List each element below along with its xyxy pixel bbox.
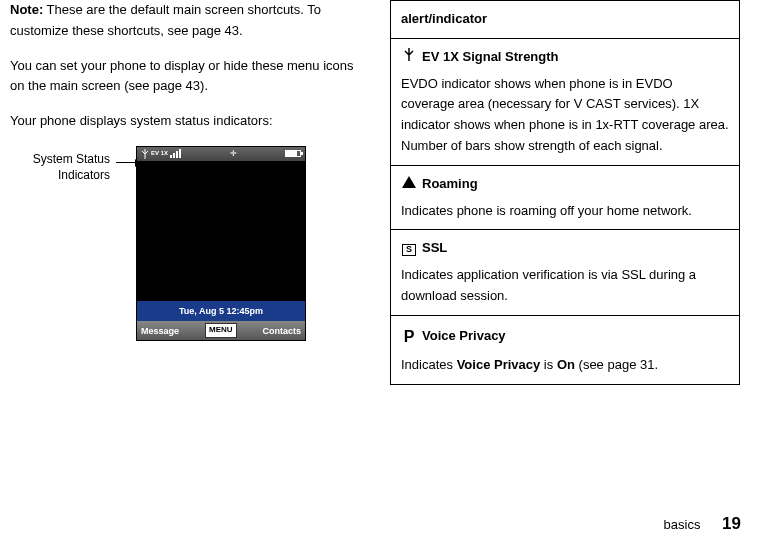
row-body: Indicates phone is roaming off your home… <box>401 201 729 222</box>
table-row: Roaming Indicates phone is roaming off y… <box>391 165 740 230</box>
row-title: Roaming <box>422 174 478 195</box>
paragraph-2: Your phone displays system status indica… <box>10 111 360 132</box>
signal-strength-icon <box>401 47 417 68</box>
roaming-icon <box>401 174 417 195</box>
row-body: Indicates Voice Privacy is On (see page … <box>401 355 729 376</box>
note-paragraph: Note: These are the default main screen … <box>10 0 360 42</box>
callout-arrow <box>116 162 136 163</box>
voice-privacy-icon: P <box>401 324 417 350</box>
row-title: SSL <box>422 238 447 259</box>
signal-bars-icon <box>170 149 181 158</box>
table-row: S SSL Indicates application verification… <box>391 230 740 315</box>
row-title: Voice Privacy <box>422 326 506 347</box>
phone-label: System Status Indicators <box>10 152 110 183</box>
date-time-bar: Tue, Aug 5 12:45pm <box>137 301 305 321</box>
location-icon: ✛ <box>230 148 237 161</box>
menu-softkey: MENU <box>205 323 237 338</box>
section-label: basics <box>664 517 701 532</box>
note-text: These are the default main screen shortc… <box>10 2 321 38</box>
page-footer: basics 19 <box>664 510 741 537</box>
indicator-table: alert/indicator EV 1X Signal Strength EV… <box>390 0 740 385</box>
row-body: EVDO indicator shows when phone is in EV… <box>401 74 729 157</box>
table-header: alert/indicator <box>391 1 740 39</box>
display-area <box>137 161 305 301</box>
page-number: 19 <box>722 514 741 533</box>
row-body: Indicates application verification is vi… <box>401 265 729 307</box>
table-row: P Voice Privacy Indicates Voice Privacy … <box>391 315 740 384</box>
battery-icon <box>285 150 301 157</box>
left-softkey: Message <box>141 324 179 338</box>
row-title: EV 1X Signal Strength <box>422 47 559 68</box>
table-row: EV 1X Signal Strength EVDO indicator sho… <box>391 38 740 165</box>
ssl-icon: S <box>401 238 417 259</box>
note-label: Note: <box>10 2 43 17</box>
phone-screen: EV 1X ✛ Tue, Aug 5 12:45pm Message MENU … <box>136 146 306 341</box>
ev1x-label: EV 1X <box>151 149 168 159</box>
softkey-bar: Message MENU Contacts <box>137 321 305 340</box>
right-softkey: Contacts <box>262 324 301 338</box>
status-bar: EV 1X ✛ <box>137 147 305 161</box>
table-header-row: alert/indicator <box>391 1 740 39</box>
phone-diagram: System Status Indicators EV 1X ✛ <box>10 146 360 341</box>
antenna-icon <box>141 149 149 159</box>
paragraph-1: You can set your phone to display or hid… <box>10 56 360 98</box>
